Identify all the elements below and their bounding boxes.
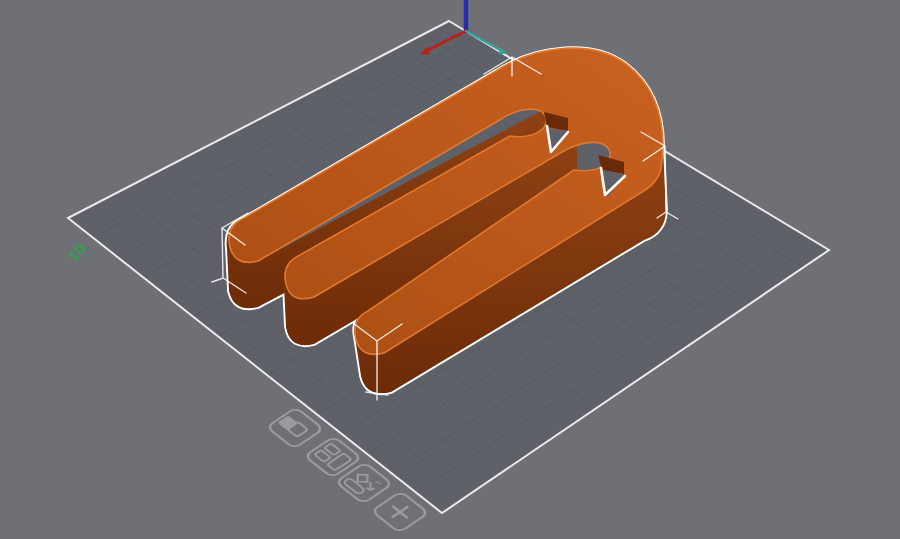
viewport-3d[interactable]: 01	[0, 0, 900, 539]
